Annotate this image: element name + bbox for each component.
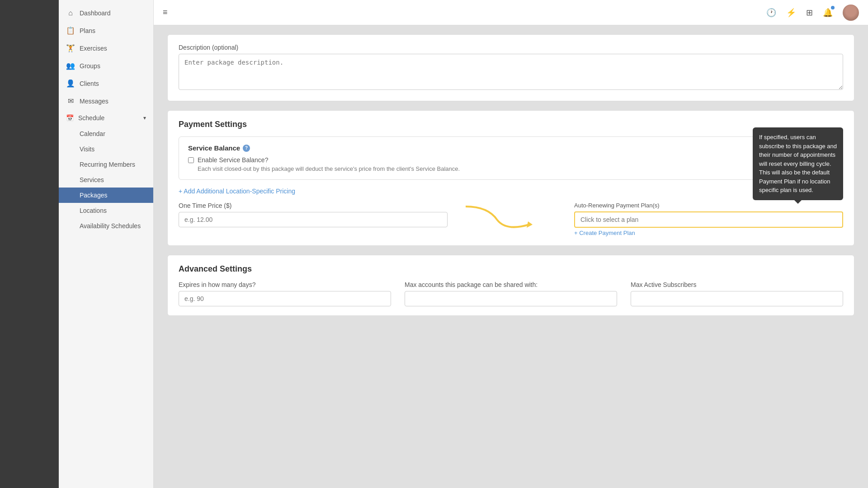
payment-settings-section: Payment Settings Service Balance ? Enabl…	[167, 110, 854, 246]
add-pricing-link[interactable]: + Add Additional Location-Specific Prici…	[179, 188, 295, 195]
checkbox-desc: Each visit closed-out by this package wi…	[198, 165, 460, 172]
service-balance-box: Service Balance ? Enable Service Balance…	[179, 136, 843, 180]
expires-input[interactable]	[179, 291, 391, 306]
sidebar-item-packages[interactable]: Packages	[59, 188, 153, 203]
one-time-price-col: One Time Price ($)	[179, 202, 448, 227]
grid-icon[interactable]: ⊞	[806, 8, 813, 18]
sidebar-item-locations[interactable]: Locations	[59, 203, 153, 218]
plan-select-input[interactable]	[574, 211, 843, 228]
avatar[interactable]	[843, 5, 859, 21]
max-subscribers-col: Max Active Subscribers	[631, 281, 843, 306]
one-time-price-label: One Time Price ($)	[179, 202, 448, 209]
sidebar-item-clients[interactable]: 👤 Clients	[59, 75, 153, 92]
auto-renewing-label: Auto-Renewing Payment Plan(s)	[574, 202, 843, 209]
topbar-icons: 🕐 ⚡ ⊞ 🔔	[766, 5, 859, 21]
notification-badge	[831, 6, 835, 9]
advanced-settings-section: Advanced Settings Expires in how many da…	[167, 255, 854, 316]
schedule-icon: 📅	[66, 114, 74, 122]
sidebar-item-groups[interactable]: 👥 Groups	[59, 57, 153, 75]
plans-icon: 📋	[66, 26, 75, 35]
history-icon[interactable]: 🕐	[766, 8, 776, 18]
max-accounts-input[interactable]	[405, 291, 617, 306]
sidebar-item-exercises[interactable]: 🏋 Exercises	[59, 39, 153, 57]
tooltip-box: If specified, users can subscribe to thi…	[753, 127, 843, 200]
sidebar-item-services[interactable]: Services	[59, 172, 153, 188]
avatar-image	[843, 5, 859, 21]
main-content: ≡ 🕐 ⚡ ⊞ 🔔 Description (optional) Payment…	[154, 0, 868, 488]
sidebar-item-recurring-members[interactable]: Recurring Members	[59, 157, 153, 172]
auto-renewing-plan-col: If specified, users can subscribe to thi…	[574, 202, 843, 236]
max-subscribers-label: Max Active Subscribers	[631, 281, 843, 288]
menu-icon[interactable]: ≡	[163, 8, 168, 17]
sidebar: ⌂ Dashboard 📋 Plans 🏋 Exercises 👥 Groups…	[59, 0, 154, 488]
arrow-graphic	[452, 197, 552, 234]
content-area: Description (optional) Payment Settings …	[154, 25, 868, 488]
create-plan-link[interactable]: + Create Payment Plan	[574, 230, 843, 236]
clients-icon: 👤	[66, 79, 75, 88]
one-time-price-input[interactable]	[179, 212, 448, 227]
svg-marker-0	[527, 221, 533, 228]
pricing-row: One Time Price ($) If specified, users c…	[179, 202, 843, 236]
sidebar-item-visits[interactable]: Visits	[59, 141, 153, 157]
sidebar-item-dashboard[interactable]: ⌂ Dashboard	[59, 5, 153, 22]
max-accounts-label: Max accounts this package can be shared …	[405, 281, 617, 288]
sidebar-item-schedule[interactable]: 📅 Schedule ▾	[59, 110, 153, 126]
max-subscribers-input[interactable]	[631, 291, 843, 306]
advanced-row: Expires in how many days? Max accounts t…	[179, 281, 843, 306]
max-accounts-col: Max accounts this package can be shared …	[405, 281, 617, 306]
sidebar-item-availability-schedules[interactable]: Availability Schedules	[59, 218, 153, 234]
home-icon: ⌂	[66, 9, 75, 17]
sidebar-item-messages[interactable]: ✉ Messages	[59, 92, 153, 110]
expires-col: Expires in how many days?	[179, 281, 391, 306]
enable-service-balance-checkbox[interactable]	[188, 157, 194, 163]
chevron-down-icon: ▾	[143, 115, 146, 121]
messages-icon: ✉	[66, 97, 75, 105]
description-textarea[interactable]	[179, 54, 843, 90]
service-balance-title: Service Balance ?	[188, 144, 834, 152]
advanced-settings-title: Advanced Settings	[179, 264, 843, 274]
info-icon[interactable]: ?	[243, 145, 250, 152]
sidebar-item-calendar[interactable]: Calendar	[59, 126, 153, 141]
enable-service-balance-label[interactable]: Enable Service Balance? Each visit close…	[188, 156, 834, 172]
payment-settings-title: Payment Settings	[179, 120, 843, 129]
sidebar-item-plans[interactable]: 📋 Plans	[59, 22, 153, 39]
bell-icon[interactable]: 🔔	[823, 8, 833, 18]
exercises-icon: 🏋	[66, 44, 75, 52]
groups-icon: 👥	[66, 61, 75, 70]
topbar: ≡ 🕐 ⚡ ⊞ 🔔	[154, 0, 868, 25]
description-label: Description (optional)	[179, 44, 843, 51]
lightning-icon[interactable]: ⚡	[786, 8, 796, 18]
expires-label: Expires in how many days?	[179, 281, 391, 288]
left-panel	[0, 0, 59, 488]
description-section: Description (optional)	[167, 34, 854, 101]
checkbox-text: Enable Service Balance?	[198, 156, 268, 164]
